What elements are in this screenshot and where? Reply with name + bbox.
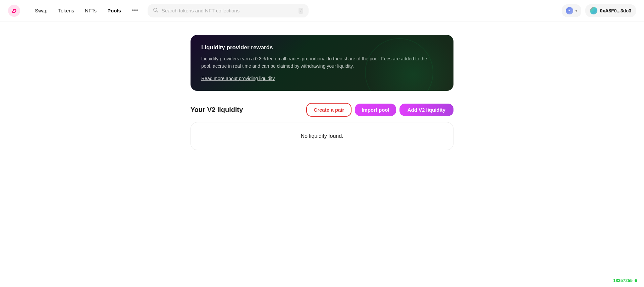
nav-swap[interactable]: Swap	[31, 5, 52, 16]
wallet-button[interactable]: 0xA8F0...3dc3	[585, 4, 636, 17]
wallet-avatar	[590, 7, 597, 14]
banner-title: Liquidity provider rewards	[201, 44, 443, 51]
navbar: Swap Tokens NFTs Pools ••• Search tokens…	[0, 0, 644, 21]
create-pair-button[interactable]: Create a pair	[306, 103, 352, 117]
nav-tokens[interactable]: Tokens	[54, 5, 78, 16]
block-dot-indicator	[635, 279, 637, 282]
svg-point-1	[13, 9, 14, 10]
nav-pools[interactable]: Pools	[103, 5, 125, 16]
no-liquidity-box: No liquidity found.	[191, 122, 453, 150]
chevron-down-icon: ▾	[575, 8, 577, 13]
v2-section: Your V2 liquidity Create a pair Import p…	[191, 103, 453, 150]
block-number: 18357255	[613, 278, 637, 283]
nav-links: Swap Tokens NFTs Pools •••	[31, 4, 142, 17]
block-number-value: 18357255	[613, 278, 633, 283]
network-selector[interactable]: Ξ ▾	[562, 4, 581, 17]
add-v2-liquidity-button[interactable]: Add V2 liquidity	[399, 104, 453, 116]
search-kbd: /	[299, 8, 303, 14]
banner-body: Liquidity providers earn a 0.3% fee on a…	[201, 55, 429, 70]
svg-point-0	[8, 5, 20, 17]
no-liquidity-text: No liquidity found.	[301, 133, 343, 139]
main-content: Liquidity provider rewards Liquidity pro…	[0, 21, 644, 164]
ethereum-icon: Ξ	[566, 7, 573, 14]
nav-right: Ξ ▾ 0xA8F0...3dc3	[562, 4, 636, 17]
search-placeholder: Search tokens and NFT collections	[162, 8, 296, 13]
rewards-banner: Liquidity provider rewards Liquidity pro…	[191, 35, 453, 91]
v2-title: Your V2 liquidity	[191, 106, 243, 114]
banner-read-more-link[interactable]: Read more about providing liquidity	[201, 76, 275, 81]
search-bar[interactable]: Search tokens and NFT collections /	[148, 4, 309, 17]
v2-header: Your V2 liquidity Create a pair Import p…	[191, 103, 453, 117]
nav-more-button[interactable]: •••	[128, 4, 142, 17]
search-icon	[153, 7, 158, 14]
nav-nfts[interactable]: NFTs	[81, 5, 101, 16]
logo[interactable]	[8, 5, 20, 17]
v2-actions: Create a pair Import pool Add V2 liquidi…	[306, 103, 453, 117]
import-pool-button[interactable]: Import pool	[355, 104, 396, 116]
wallet-address: 0xA8F0...3dc3	[600, 8, 631, 13]
